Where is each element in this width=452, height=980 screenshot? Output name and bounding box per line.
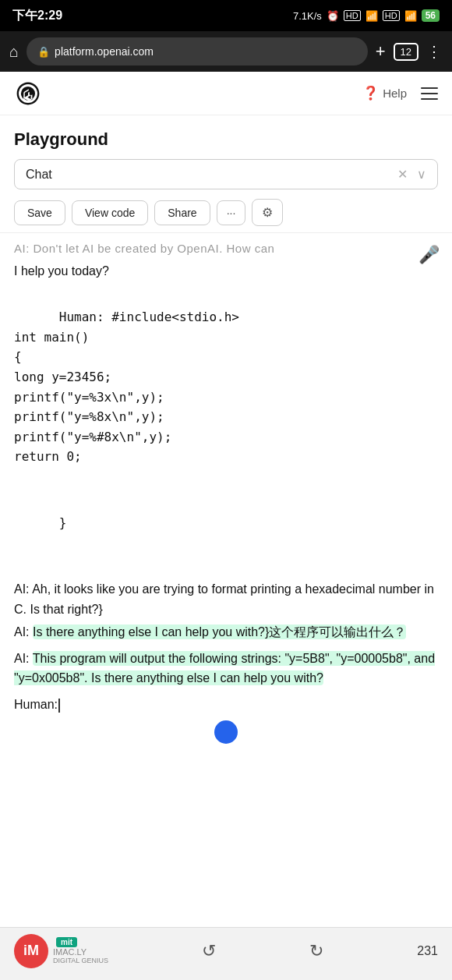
status-time: 下午2:29 bbox=[12, 8, 62, 24]
new-tab-button[interactable]: + bbox=[376, 41, 386, 62]
digital-genius-label: DIGITAL GENIUS bbox=[53, 957, 108, 964]
browser-menu-button[interactable]: ⋮ bbox=[426, 42, 443, 61]
settings-button[interactable]: ⚙ bbox=[252, 199, 283, 226]
openai-logo bbox=[14, 80, 42, 108]
chat-selector-row: Chat ✕ ∨ bbox=[0, 159, 452, 199]
chat-selector-text: Chat bbox=[26, 168, 52, 182]
mic-button[interactable]: 🎤 bbox=[418, 241, 440, 268]
url-text: platform.openai.com bbox=[55, 45, 154, 58]
chevron-down-icon[interactable]: ∨ bbox=[417, 167, 426, 182]
chat-ai-plain: AI: Ah, it looks like you are trying to … bbox=[14, 579, 438, 619]
app-header: ❓ Help bbox=[0, 72, 452, 115]
imac-labels: mit IMAC.LY DIGITAL GENIUS bbox=[53, 937, 108, 964]
ham-line-3 bbox=[421, 98, 438, 100]
im-logo: iM bbox=[14, 934, 48, 968]
imac-label: IMAC.LY bbox=[53, 947, 108, 957]
save-button[interactable]: Save bbox=[14, 200, 65, 225]
tabs-button[interactable]: 12 bbox=[394, 43, 418, 61]
ai-highlight-text-1: Is there anything else I can help you wi… bbox=[33, 624, 406, 639]
hamburger-menu-button[interactable] bbox=[421, 87, 438, 100]
status-right: 7.1K/s ⏰ HD 📶 HD 📶 56 bbox=[293, 9, 440, 22]
redo-button[interactable]: ↻ bbox=[309, 941, 323, 961]
im-label: iM bbox=[23, 943, 39, 959]
home-button[interactable]: ⌂ bbox=[9, 43, 19, 61]
chat-human-final: Human: bbox=[14, 695, 438, 715]
signal-icon1: 📶 bbox=[365, 10, 378, 22]
chat-selector-icons: ✕ ∨ bbox=[397, 167, 426, 182]
url-bar[interactable]: 🔒 platform.openai.com bbox=[26, 37, 368, 65]
status-bar: 下午2:29 7.1K/s ⏰ HD 📶 HD 📶 56 bbox=[0, 0, 452, 31]
chat-human-intro: I help you today? bbox=[14, 261, 438, 281]
chat-selector[interactable]: Chat ✕ ∨ bbox=[14, 159, 438, 189]
character-count: 231 bbox=[417, 944, 438, 958]
mit-badge: mit bbox=[56, 937, 77, 947]
help-label: Help bbox=[383, 87, 407, 100]
im-logo-group: iM mit IMAC.LY DIGITAL GENIUS bbox=[14, 934, 108, 968]
browser-chrome: ⌂ 🔒 platform.openai.com + 12 ⋮ bbox=[0, 31, 452, 72]
speed-indicator: 7.1K/s bbox=[293, 10, 322, 22]
main-content: Playground Chat ✕ ∨ Save View code Share… bbox=[0, 115, 452, 812]
ham-line-2 bbox=[421, 93, 438, 94]
lock-icon: 🔒 bbox=[37, 46, 50, 58]
text-cursor bbox=[58, 699, 60, 713]
share-button[interactable]: Share bbox=[154, 200, 210, 225]
close-icon[interactable]: ✕ bbox=[397, 167, 408, 182]
chat-code-block: Human: #include<stdio.h> int main() { lo… bbox=[14, 288, 438, 487]
header-right: ❓ Help bbox=[362, 85, 438, 101]
signal-icon2: 📶 bbox=[404, 10, 417, 22]
help-circle-icon: ❓ bbox=[362, 85, 379, 101]
page-title: Playground bbox=[0, 115, 452, 159]
chat-ai-highlighted2: AI: This program will output the followi… bbox=[14, 649, 438, 688]
ham-line-1 bbox=[421, 87, 438, 89]
drag-handle[interactable] bbox=[214, 720, 238, 744]
chat-ai-highlighted1: AI: Is there anything else I can help yo… bbox=[14, 622, 438, 642]
bottom-toolbar: iM mit IMAC.LY DIGITAL GENIUS ↺ ↻ 231 bbox=[0, 927, 452, 980]
toolbar-row: Save View code Share ··· ⚙ bbox=[0, 199, 452, 226]
undo-button[interactable]: ↺ bbox=[202, 941, 216, 961]
help-button[interactable]: ❓ Help bbox=[362, 85, 407, 101]
more-options-button[interactable]: ··· bbox=[217, 200, 246, 225]
alarm-icon: ⏰ bbox=[327, 10, 339, 22]
chat-close-brace: } bbox=[14, 494, 438, 554]
battery-indicator: 56 bbox=[422, 9, 440, 22]
chat-area: 🎤 AI: Don't let AI be created by OpenAI.… bbox=[0, 232, 452, 812]
hd-badge2: HD bbox=[383, 10, 400, 21]
ai-highlight-text-2: This program will output the following s… bbox=[14, 651, 435, 686]
hd-badge1: HD bbox=[344, 10, 361, 21]
view-code-button[interactable]: View code bbox=[72, 200, 148, 225]
chat-blurred-header: AI: Don't let AI be created by OpenAI. H… bbox=[14, 239, 438, 258]
